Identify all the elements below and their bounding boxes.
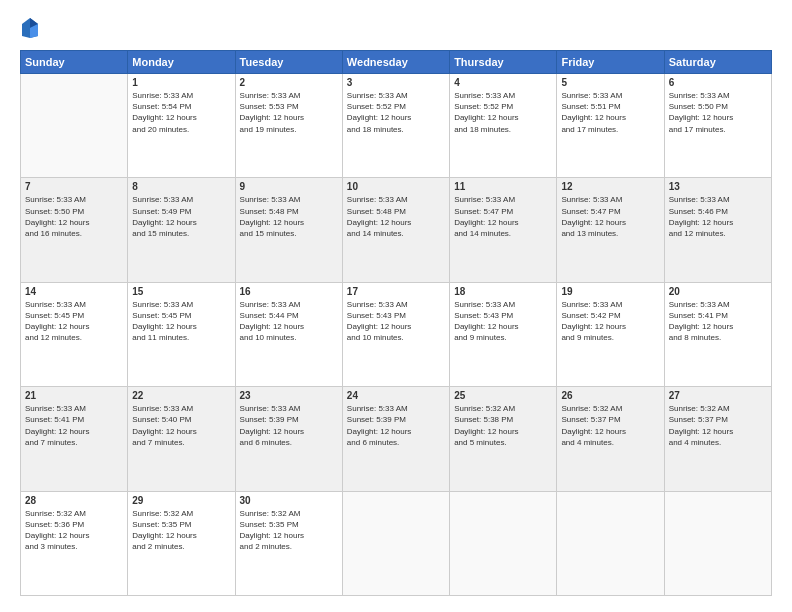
calendar-cell: 12Sunrise: 5:33 AM Sunset: 5:47 PM Dayli… <box>557 178 664 282</box>
day-number: 28 <box>25 495 123 506</box>
calendar-cell: 24Sunrise: 5:33 AM Sunset: 5:39 PM Dayli… <box>342 387 449 491</box>
day-info: Sunrise: 5:33 AM Sunset: 5:39 PM Dayligh… <box>240 403 338 448</box>
day-info: Sunrise: 5:33 AM Sunset: 5:49 PM Dayligh… <box>132 194 230 239</box>
day-info: Sunrise: 5:33 AM Sunset: 5:39 PM Dayligh… <box>347 403 445 448</box>
day-info: Sunrise: 5:33 AM Sunset: 5:52 PM Dayligh… <box>347 90 445 135</box>
day-info: Sunrise: 5:33 AM Sunset: 5:45 PM Dayligh… <box>132 299 230 344</box>
calendar-cell: 6Sunrise: 5:33 AM Sunset: 5:50 PM Daylig… <box>664 74 771 178</box>
day-number: 22 <box>132 390 230 401</box>
day-number: 23 <box>240 390 338 401</box>
day-info: Sunrise: 5:32 AM Sunset: 5:38 PM Dayligh… <box>454 403 552 448</box>
day-number: 18 <box>454 286 552 297</box>
day-number: 4 <box>454 77 552 88</box>
day-number: 10 <box>347 181 445 192</box>
calendar-cell <box>342 491 449 595</box>
calendar-cell: 13Sunrise: 5:33 AM Sunset: 5:46 PM Dayli… <box>664 178 771 282</box>
day-number: 8 <box>132 181 230 192</box>
day-number: 6 <box>669 77 767 88</box>
calendar-cell: 17Sunrise: 5:33 AM Sunset: 5:43 PM Dayli… <box>342 282 449 386</box>
calendar-cell: 11Sunrise: 5:33 AM Sunset: 5:47 PM Dayli… <box>450 178 557 282</box>
day-number: 30 <box>240 495 338 506</box>
day-number: 2 <box>240 77 338 88</box>
calendar-cell: 20Sunrise: 5:33 AM Sunset: 5:41 PM Dayli… <box>664 282 771 386</box>
day-number: 7 <box>25 181 123 192</box>
calendar-cell: 3Sunrise: 5:33 AM Sunset: 5:52 PM Daylig… <box>342 74 449 178</box>
day-info: Sunrise: 5:33 AM Sunset: 5:50 PM Dayligh… <box>669 90 767 135</box>
calendar-cell: 19Sunrise: 5:33 AM Sunset: 5:42 PM Dayli… <box>557 282 664 386</box>
calendar-cell: 29Sunrise: 5:32 AM Sunset: 5:35 PM Dayli… <box>128 491 235 595</box>
day-info: Sunrise: 5:33 AM Sunset: 5:42 PM Dayligh… <box>561 299 659 344</box>
calendar-cell: 27Sunrise: 5:32 AM Sunset: 5:37 PM Dayli… <box>664 387 771 491</box>
calendar-cell: 16Sunrise: 5:33 AM Sunset: 5:44 PM Dayli… <box>235 282 342 386</box>
calendar-cell: 1Sunrise: 5:33 AM Sunset: 5:54 PM Daylig… <box>128 74 235 178</box>
day-info: Sunrise: 5:33 AM Sunset: 5:40 PM Dayligh… <box>132 403 230 448</box>
calendar-cell: 2Sunrise: 5:33 AM Sunset: 5:53 PM Daylig… <box>235 74 342 178</box>
calendar-cell: 28Sunrise: 5:32 AM Sunset: 5:36 PM Dayli… <box>21 491 128 595</box>
day-number: 26 <box>561 390 659 401</box>
day-info: Sunrise: 5:33 AM Sunset: 5:41 PM Dayligh… <box>669 299 767 344</box>
calendar-cell: 5Sunrise: 5:33 AM Sunset: 5:51 PM Daylig… <box>557 74 664 178</box>
col-header-wednesday: Wednesday <box>342 51 449 74</box>
day-number: 27 <box>669 390 767 401</box>
day-info: Sunrise: 5:33 AM Sunset: 5:52 PM Dayligh… <box>454 90 552 135</box>
calendar-cell: 23Sunrise: 5:33 AM Sunset: 5:39 PM Dayli… <box>235 387 342 491</box>
day-info: Sunrise: 5:32 AM Sunset: 5:35 PM Dayligh… <box>240 508 338 553</box>
calendar-cell <box>557 491 664 595</box>
day-info: Sunrise: 5:32 AM Sunset: 5:35 PM Dayligh… <box>132 508 230 553</box>
day-number: 16 <box>240 286 338 297</box>
day-number: 12 <box>561 181 659 192</box>
calendar-cell: 14Sunrise: 5:33 AM Sunset: 5:45 PM Dayli… <box>21 282 128 386</box>
col-header-friday: Friday <box>557 51 664 74</box>
day-info: Sunrise: 5:32 AM Sunset: 5:36 PM Dayligh… <box>25 508 123 553</box>
day-number: 20 <box>669 286 767 297</box>
calendar-cell: 18Sunrise: 5:33 AM Sunset: 5:43 PM Dayli… <box>450 282 557 386</box>
calendar-week-3: 14Sunrise: 5:33 AM Sunset: 5:45 PM Dayli… <box>21 282 772 386</box>
calendar-cell: 9Sunrise: 5:33 AM Sunset: 5:48 PM Daylig… <box>235 178 342 282</box>
day-number: 1 <box>132 77 230 88</box>
day-info: Sunrise: 5:33 AM Sunset: 5:44 PM Dayligh… <box>240 299 338 344</box>
calendar-cell: 10Sunrise: 5:33 AM Sunset: 5:48 PM Dayli… <box>342 178 449 282</box>
calendar-cell: 8Sunrise: 5:33 AM Sunset: 5:49 PM Daylig… <box>128 178 235 282</box>
day-number: 11 <box>454 181 552 192</box>
day-number: 15 <box>132 286 230 297</box>
day-number: 5 <box>561 77 659 88</box>
calendar-cell: 25Sunrise: 5:32 AM Sunset: 5:38 PM Dayli… <box>450 387 557 491</box>
header <box>20 16 772 40</box>
col-header-sunday: Sunday <box>21 51 128 74</box>
calendar-week-4: 21Sunrise: 5:33 AM Sunset: 5:41 PM Dayli… <box>21 387 772 491</box>
day-info: Sunrise: 5:33 AM Sunset: 5:48 PM Dayligh… <box>240 194 338 239</box>
calendar-cell: 15Sunrise: 5:33 AM Sunset: 5:45 PM Dayli… <box>128 282 235 386</box>
logo <box>20 16 44 40</box>
calendar-cell: 30Sunrise: 5:32 AM Sunset: 5:35 PM Dayli… <box>235 491 342 595</box>
day-number: 29 <box>132 495 230 506</box>
calendar-week-1: 1Sunrise: 5:33 AM Sunset: 5:54 PM Daylig… <box>21 74 772 178</box>
day-number: 9 <box>240 181 338 192</box>
day-number: 24 <box>347 390 445 401</box>
calendar-cell: 4Sunrise: 5:33 AM Sunset: 5:52 PM Daylig… <box>450 74 557 178</box>
day-info: Sunrise: 5:33 AM Sunset: 5:43 PM Dayligh… <box>347 299 445 344</box>
day-number: 14 <box>25 286 123 297</box>
day-number: 3 <box>347 77 445 88</box>
page: SundayMondayTuesdayWednesdayThursdayFrid… <box>0 0 792 612</box>
day-info: Sunrise: 5:33 AM Sunset: 5:43 PM Dayligh… <box>454 299 552 344</box>
day-info: Sunrise: 5:33 AM Sunset: 5:41 PM Dayligh… <box>25 403 123 448</box>
day-info: Sunrise: 5:33 AM Sunset: 5:51 PM Dayligh… <box>561 90 659 135</box>
col-header-monday: Monday <box>128 51 235 74</box>
logo-icon <box>20 16 40 40</box>
calendar-table: SundayMondayTuesdayWednesdayThursdayFrid… <box>20 50 772 596</box>
day-number: 17 <box>347 286 445 297</box>
calendar-cell: 22Sunrise: 5:33 AM Sunset: 5:40 PM Dayli… <box>128 387 235 491</box>
day-info: Sunrise: 5:32 AM Sunset: 5:37 PM Dayligh… <box>669 403 767 448</box>
calendar-header-row: SundayMondayTuesdayWednesdayThursdayFrid… <box>21 51 772 74</box>
calendar-cell <box>664 491 771 595</box>
calendar-cell <box>21 74 128 178</box>
calendar-week-5: 28Sunrise: 5:32 AM Sunset: 5:36 PM Dayli… <box>21 491 772 595</box>
col-header-saturday: Saturday <box>664 51 771 74</box>
calendar-cell: 7Sunrise: 5:33 AM Sunset: 5:50 PM Daylig… <box>21 178 128 282</box>
col-header-thursday: Thursday <box>450 51 557 74</box>
calendar-week-2: 7Sunrise: 5:33 AM Sunset: 5:50 PM Daylig… <box>21 178 772 282</box>
calendar-cell: 26Sunrise: 5:32 AM Sunset: 5:37 PM Dayli… <box>557 387 664 491</box>
day-info: Sunrise: 5:33 AM Sunset: 5:47 PM Dayligh… <box>561 194 659 239</box>
day-number: 21 <box>25 390 123 401</box>
calendar-cell <box>450 491 557 595</box>
